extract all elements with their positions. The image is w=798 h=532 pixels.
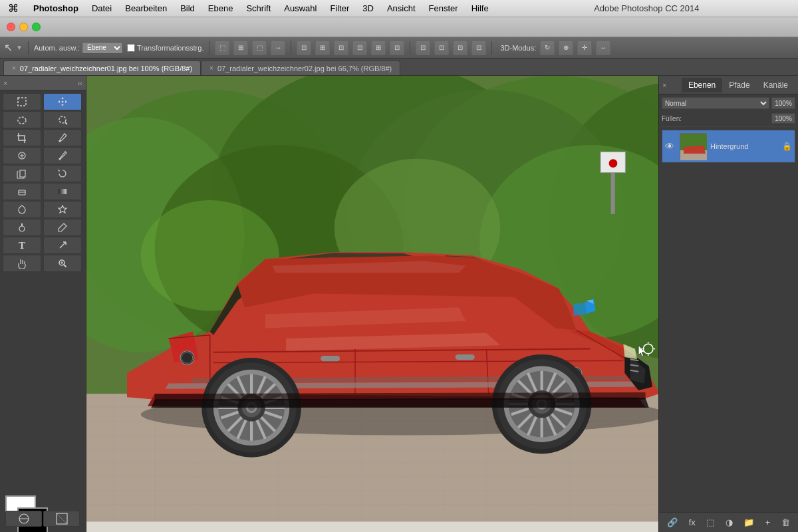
svg-rect-54	[321, 356, 340, 361]
add-mask-button[interactable]: ⬚	[706, 517, 714, 527]
menu-hilfe[interactable]: Hilfe	[465, 0, 495, 17]
marquee-tool-button[interactable]	[3, 93, 41, 110]
delete-layer-button[interactable]: 🗑	[781, 517, 790, 527]
menu-filter[interactable]: Filter	[323, 0, 356, 17]
svg-point-56	[180, 351, 194, 365]
options-sep-4	[410, 41, 410, 55]
type-tool-button[interactable]: T	[3, 237, 41, 254]
toolbox: × ‹‹	[0, 76, 86, 532]
panel-close-button[interactable]: ×	[662, 81, 666, 89]
menu-ebene[interactable]: Ebene	[201, 0, 240, 17]
tab-2[interactable]: × 07_radialer_weichzeichner02.jpg bei 66…	[201, 61, 400, 75]
panel-tab-pfade[interactable]: Pfade	[722, 78, 756, 92]
align-top-icon[interactable]: ⊡	[352, 41, 367, 55]
layer-fill-label: Füllen:	[662, 115, 769, 122]
healing-tool-button[interactable]	[3, 147, 41, 164]
apple-logo[interactable]: ⌘	[0, 2, 27, 15]
pen-tool-button[interactable]	[43, 219, 82, 236]
autom-ausw-select[interactable]: Ebene Gruppe	[82, 42, 123, 54]
align-center-icon[interactable]: ⊞	[315, 41, 330, 55]
hand-tool-button[interactable]	[3, 255, 41, 272]
transform-icon-1[interactable]: ⬚	[215, 41, 229, 55]
blur-tool-button[interactable]	[3, 201, 41, 218]
menu-schrift[interactable]: Schrift	[239, 0, 277, 17]
layer-blend-mode-select[interactable]: Normal	[662, 97, 769, 109]
panel-tabs: × Ebenen Pfade Kanäle	[659, 76, 798, 94]
dodge-tool-button[interactable]	[3, 219, 41, 236]
layer-divider	[662, 126, 795, 127]
transform-icon-4[interactable]: ↔	[271, 41, 285, 55]
brush-tool-button[interactable]	[43, 147, 82, 164]
toolbox-expand-button[interactable]: ‹‹	[78, 79, 82, 87]
move-tool-button[interactable]	[43, 93, 82, 110]
add-layer-button[interactable]: +	[765, 517, 771, 527]
link-layers-button[interactable]: 🔗	[667, 517, 678, 527]
tab-2-label: 07_radialer_weichzeichner02.jpg bei 66,7…	[217, 65, 392, 72]
crop-tool-button[interactable]	[3, 129, 41, 146]
distribute-icon-3[interactable]: ⊡	[453, 41, 467, 55]
menu-fenster[interactable]: Fenster	[422, 0, 465, 17]
path-select-tool-button[interactable]	[43, 237, 82, 254]
menu-bild[interactable]: Bild	[174, 0, 201, 17]
tab-1[interactable]: × 07_radialer_weichzeichner01.jpg bei 10…	[3, 61, 201, 75]
align-bottom-icon[interactable]: ⊡	[390, 41, 404, 55]
history-tool-button[interactable]	[43, 165, 82, 182]
3d-rotate-icon[interactable]: ↻	[540, 41, 555, 55]
clone-tool-button[interactable]	[3, 165, 41, 182]
distribute-icon-4[interactable]: ⊡	[471, 41, 486, 55]
menu-3d[interactable]: 3D	[356, 0, 380, 17]
bottom-tools	[5, 511, 80, 527]
quick-mask-button[interactable]	[5, 511, 42, 527]
zoom-tool-button[interactable]	[43, 255, 82, 272]
title-bar	[0, 17, 798, 37]
right-panel: × Ebenen Pfade Kanäle Normal Füllen:	[658, 76, 798, 532]
window-close-button[interactable]	[7, 23, 15, 31]
tab-2-close[interactable]: ×	[209, 65, 213, 72]
transform-checkbox[interactable]	[127, 44, 135, 52]
svg-point-2	[18, 117, 26, 124]
screen-mode-button[interactable]	[43, 511, 80, 527]
layer-fill-input[interactable]	[771, 113, 795, 124]
panel-bottom-bar: 🔗 fx ⬚ ◑ 📁 + 🗑	[659, 512, 798, 532]
svg-point-4	[59, 140, 61, 142]
3d-orbit-icon[interactable]: ⊕	[559, 41, 573, 55]
3d-pan-icon[interactable]: ✛	[577, 41, 592, 55]
add-group-button[interactable]: 📁	[743, 517, 754, 527]
menu-datei[interactable]: Datei	[85, 0, 118, 17]
canvas-area[interactable]: ⬤	[86, 76, 658, 532]
svg-point-9	[19, 226, 25, 231]
canvas-background: ⬤	[86, 76, 658, 532]
align-left-icon[interactable]: ⊡	[297, 41, 311, 55]
menu-ansicht[interactable]: Ansicht	[380, 0, 422, 17]
align-right-icon[interactable]: ⊡	[334, 41, 348, 55]
window-maximize-button[interactable]	[32, 23, 41, 31]
layer-item-background[interactable]: 👁 Hintergrund 🔒	[662, 130, 795, 163]
layer-visibility-icon[interactable]: 👁	[665, 141, 674, 152]
layer-style-button[interactable]: fx	[689, 517, 696, 527]
menu-bearbeiten[interactable]: Bearbeiten	[118, 0, 174, 17]
autom-ausw-label: Autom. ausw.:	[34, 44, 80, 52]
transform-icon-2[interactable]: ⊞	[233, 41, 248, 55]
window-minimize-button[interactable]	[19, 23, 28, 31]
tab-1-close[interactable]: ×	[12, 65, 16, 72]
panel-tab-ebenen[interactable]: Ebenen	[682, 78, 722, 92]
lasso-tool-button[interactable]	[3, 111, 41, 128]
align-middle-icon[interactable]: ⊞	[371, 41, 386, 55]
eyedropper-tool-button[interactable]	[43, 129, 82, 146]
distribute-icon-1[interactable]: ⊡	[416, 41, 430, 55]
add-adjustment-button[interactable]: ◑	[726, 517, 733, 527]
gradient-tool-button[interactable]	[43, 183, 82, 200]
window-title: Adobe Photoshop CC 2014	[495, 3, 798, 13]
3d-slide-icon[interactable]: ↔	[596, 41, 610, 55]
eraser-tool-button[interactable]	[3, 183, 41, 200]
distribute-icon-2[interactable]: ⊡	[434, 41, 449, 55]
layer-thumbnail	[680, 133, 706, 160]
transform-icon-3[interactable]: ⬚	[252, 41, 267, 55]
toolbox-close-button[interactable]: ×	[3, 79, 7, 87]
menu-app-name[interactable]: Photoshop	[27, 0, 85, 17]
sharpen-tool-button[interactable]	[43, 201, 82, 218]
panel-tab-kanaele[interactable]: Kanäle	[757, 78, 795, 92]
quick-select-tool-button[interactable]	[43, 111, 82, 128]
layer-opacity-input[interactable]	[771, 97, 795, 109]
menu-auswahl[interactable]: Auswahl	[277, 0, 323, 17]
